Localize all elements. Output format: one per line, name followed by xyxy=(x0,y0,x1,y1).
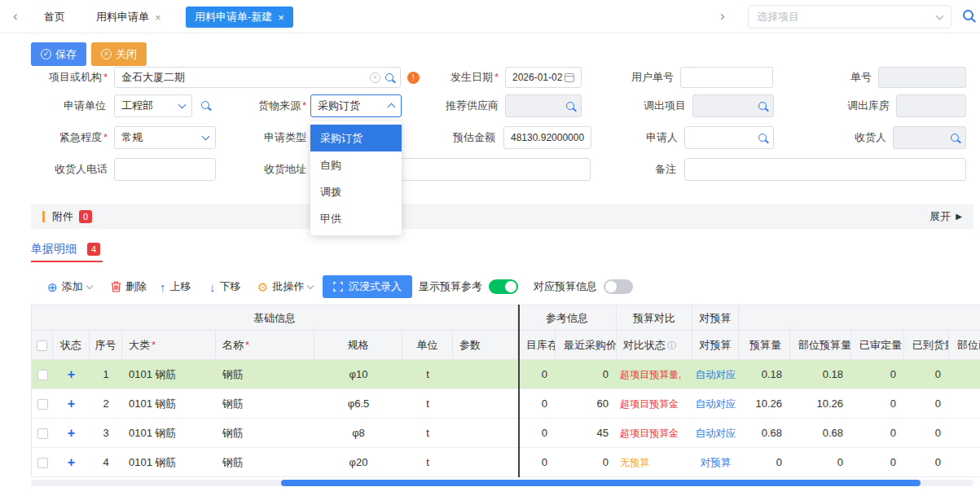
user-no-field[interactable] xyxy=(680,67,773,88)
top-tab-bar: ‹ 首页 用料申请单 × 用料申请单-新建 × › 选择项目 xyxy=(0,0,980,33)
cell-param xyxy=(453,389,518,419)
budget-action-link[interactable]: 自动对应 xyxy=(692,389,739,419)
cell-spec: φ8 xyxy=(314,419,402,448)
add-row-icon[interactable]: + xyxy=(68,455,75,469)
project-select[interactable]: 选择项目 xyxy=(748,5,951,29)
save-button[interactable]: ✓ 保存 xyxy=(31,42,86,66)
move-up-button[interactable]: ↑ 上移 xyxy=(160,275,191,298)
cell-recent_price: 0 xyxy=(556,448,617,477)
goods-source-option[interactable]: 调拨 xyxy=(310,178,402,205)
budget-action-link[interactable]: 自动对应 xyxy=(692,360,739,389)
budget-action-link[interactable]: 自动对应 xyxy=(692,419,739,448)
column-header-recent_price: 最近采购价 xyxy=(556,331,617,360)
remark-field[interactable] xyxy=(684,158,966,181)
row-checkbox[interactable] xyxy=(37,428,48,439)
receiver-field xyxy=(893,126,966,149)
cell-part_budget_qty: 0 xyxy=(790,448,851,477)
receiver-phone-field[interactable] xyxy=(114,158,216,181)
receiver-phone-label: 收货人电话 xyxy=(26,158,108,181)
cell-category: 0101 钢筋 xyxy=(122,389,216,419)
search-icon[interactable] xyxy=(758,102,767,110)
tab-material-request[interactable]: 用料申请单 × xyxy=(90,7,168,28)
delete-button[interactable]: 删除 xyxy=(111,275,147,298)
close-tab-icon[interactable]: × xyxy=(278,11,284,24)
column-header-select xyxy=(31,331,53,360)
horizontal-scrollbar[interactable] xyxy=(281,480,921,486)
project-select-placeholder: 选择项目 xyxy=(757,10,799,24)
move-down-button[interactable]: ↓ 下移 xyxy=(209,275,241,298)
immersive-entry-button[interactable]: 沉浸式录入 xyxy=(323,275,412,298)
apply-dept-label: 申请单位 xyxy=(33,94,106,117)
row-checkbox[interactable] xyxy=(37,458,48,468)
tab-label: 用料申请单-新建 xyxy=(195,10,272,24)
close-button[interactable]: × 关闭 xyxy=(91,42,147,66)
cell-approved_qty: 0 xyxy=(851,448,904,477)
apply-dept-select[interactable]: 工程部 xyxy=(114,94,192,117)
row-checkbox[interactable] xyxy=(37,399,48,410)
table-row[interactable]: +30101 钢筋钢筋φ8t045超项目预算金自动对应0.680.6800 xyxy=(31,419,980,448)
add-button[interactable]: ⊕ 添加 xyxy=(47,275,92,298)
goods-source-option[interactable]: 采购订货 xyxy=(310,125,402,151)
column-header-part_budget_qty: 部位预算量 xyxy=(790,331,851,360)
column-header-spec: 规格 xyxy=(314,331,402,360)
cell-status: + xyxy=(53,419,90,448)
add-row-icon[interactable]: + xyxy=(68,367,75,381)
applicant-field[interactable] xyxy=(684,126,774,149)
goods-source-option[interactable]: 甲供 xyxy=(310,205,402,232)
urgency-select[interactable]: 常规 xyxy=(114,126,216,149)
close-tab-icon[interactable]: × xyxy=(155,11,161,24)
column-group-header: 对预算 xyxy=(692,305,739,331)
row-checkbox[interactable] xyxy=(37,370,48,380)
goods-source-option[interactable]: 自购 xyxy=(310,151,402,178)
chevron-down-icon xyxy=(936,11,944,20)
search-icon[interactable] xyxy=(758,134,767,142)
cell-spec: φ20 xyxy=(314,448,402,477)
cell-spec: φ6.5 xyxy=(314,389,402,419)
cell-param xyxy=(453,419,518,448)
clear-icon[interactable]: × xyxy=(370,72,380,83)
goods-source-select[interactable]: 采购订货 xyxy=(310,94,402,117)
add-row-icon[interactable]: + xyxy=(68,397,75,410)
cell-arrived_qty: 0 xyxy=(904,419,949,448)
select-all-checkbox[interactable] xyxy=(37,340,47,351)
estimated-amount-field[interactable]: 48130.920000000 xyxy=(503,126,591,149)
tab-detail-lines[interactable]: 单据明细 4 xyxy=(31,242,100,257)
cell-status: + xyxy=(53,448,90,477)
cell-category: 0101 钢筋 xyxy=(122,419,216,448)
search-icon[interactable] xyxy=(963,10,973,20)
table-row[interactable]: +40101 钢筋钢筋φ20t00无预算对预算0000 xyxy=(31,448,980,477)
cell-select xyxy=(31,389,53,419)
batch-operation-button[interactable]: ⚙ 批操作 xyxy=(257,275,313,298)
cell-compare_status: 超项目预算量, xyxy=(617,360,692,389)
cell-budget_qty: 0.68 xyxy=(739,419,790,448)
receiver-label: 收货人 xyxy=(813,126,886,149)
column-group-header: 基础信息 xyxy=(31,305,518,331)
tabs-scroll-left-icon[interactable]: ‹ xyxy=(13,7,18,25)
show-budget-ref-toggle[interactable] xyxy=(489,279,518,294)
cell-recent_price: 60 xyxy=(556,389,617,419)
project-field[interactable]: 金石大厦二期 × xyxy=(114,67,401,88)
expand-button[interactable]: 展开 ▶ xyxy=(929,209,962,224)
calendar-icon[interactable] xyxy=(565,73,574,82)
tab-material-request-new[interactable]: 用料申请单-新建 × xyxy=(186,7,293,28)
search-icon[interactable] xyxy=(566,102,574,110)
chevron-down-icon xyxy=(86,282,92,288)
user-no-label: 用户单号 xyxy=(600,66,674,89)
table-row[interactable]: +10101 钢筋钢筋φ10t00超项目预算量,自动对应0.180.1800 xyxy=(31,360,980,389)
date-field[interactable]: 2026-01-02 1 xyxy=(505,67,582,88)
table-row[interactable]: +20101 钢筋钢筋φ6.5t060超项目预算金自动对应10.2610.260… xyxy=(31,389,980,419)
cell-no: 2 xyxy=(90,389,122,419)
search-icon[interactable] xyxy=(201,101,209,109)
budget-action-link[interactable]: 对预算 xyxy=(692,448,739,477)
column-header-stock: 目库存 xyxy=(518,331,556,360)
search-icon[interactable] xyxy=(385,73,393,81)
tabs-scroll-right-icon[interactable]: › xyxy=(720,7,725,25)
out-project-label: 调出项目 xyxy=(613,94,686,117)
cell-arrived_qty: 0 xyxy=(904,448,949,477)
budget-info-toggle[interactable] xyxy=(604,279,633,294)
add-row-icon[interactable]: + xyxy=(68,426,75,440)
search-icon[interactable] xyxy=(951,134,959,142)
arrow-down-icon: ↓ xyxy=(209,281,216,293)
budget-info-label: 对应预算信息 xyxy=(534,275,597,298)
tab-home[interactable]: 首页 xyxy=(37,7,72,28)
